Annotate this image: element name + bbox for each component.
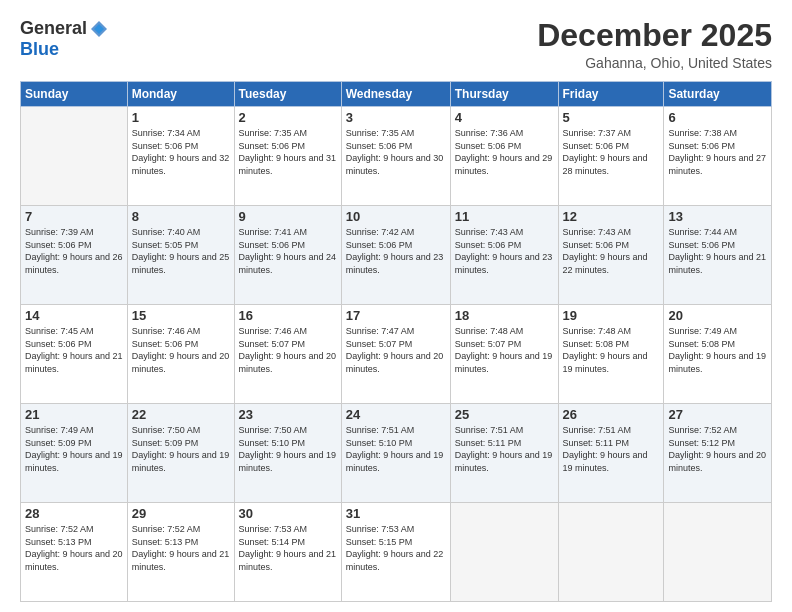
day-number: 29 — [132, 506, 230, 521]
day-number: 16 — [239, 308, 337, 323]
day-info: Sunrise: 7:44 AMSunset: 5:06 PMDaylight:… — [668, 226, 767, 276]
table-row: 4Sunrise: 7:36 AMSunset: 5:06 PMDaylight… — [450, 107, 558, 206]
day-info: Sunrise: 7:49 AMSunset: 5:09 PMDaylight:… — [25, 424, 123, 474]
calendar-page: General Blue December 2025 Gahanna, Ohio… — [0, 0, 792, 612]
table-row: 11Sunrise: 7:43 AMSunset: 5:06 PMDayligh… — [450, 206, 558, 305]
day-number: 4 — [455, 110, 554, 125]
day-info: Sunrise: 7:42 AMSunset: 5:06 PMDaylight:… — [346, 226, 446, 276]
day-info: Sunrise: 7:48 AMSunset: 5:07 PMDaylight:… — [455, 325, 554, 375]
day-number: 19 — [563, 308, 660, 323]
day-number: 12 — [563, 209, 660, 224]
day-number: 13 — [668, 209, 767, 224]
table-row: 8Sunrise: 7:40 AMSunset: 5:05 PMDaylight… — [127, 206, 234, 305]
calendar-week-row: 7Sunrise: 7:39 AMSunset: 5:06 PMDaylight… — [21, 206, 772, 305]
day-info: Sunrise: 7:49 AMSunset: 5:08 PMDaylight:… — [668, 325, 767, 375]
day-number: 20 — [668, 308, 767, 323]
day-number: 24 — [346, 407, 446, 422]
header-monday: Monday — [127, 82, 234, 107]
table-row: 31Sunrise: 7:53 AMSunset: 5:15 PMDayligh… — [341, 503, 450, 602]
table-row: 16Sunrise: 7:46 AMSunset: 5:07 PMDayligh… — [234, 305, 341, 404]
table-row: 14Sunrise: 7:45 AMSunset: 5:06 PMDayligh… — [21, 305, 128, 404]
day-info: Sunrise: 7:51 AMSunset: 5:10 PMDaylight:… — [346, 424, 446, 474]
day-info: Sunrise: 7:53 AMSunset: 5:15 PMDaylight:… — [346, 523, 446, 573]
day-info: Sunrise: 7:50 AMSunset: 5:09 PMDaylight:… — [132, 424, 230, 474]
day-info: Sunrise: 7:51 AMSunset: 5:11 PMDaylight:… — [563, 424, 660, 474]
day-number: 8 — [132, 209, 230, 224]
day-info: Sunrise: 7:35 AMSunset: 5:06 PMDaylight:… — [239, 127, 337, 177]
table-row: 27Sunrise: 7:52 AMSunset: 5:12 PMDayligh… — [664, 404, 772, 503]
day-number: 7 — [25, 209, 123, 224]
table-row: 28Sunrise: 7:52 AMSunset: 5:13 PMDayligh… — [21, 503, 128, 602]
day-info: Sunrise: 7:47 AMSunset: 5:07 PMDaylight:… — [346, 325, 446, 375]
day-info: Sunrise: 7:40 AMSunset: 5:05 PMDaylight:… — [132, 226, 230, 276]
day-info: Sunrise: 7:46 AMSunset: 5:06 PMDaylight:… — [132, 325, 230, 375]
calendar-header-row: Sunday Monday Tuesday Wednesday Thursday… — [21, 82, 772, 107]
day-info: Sunrise: 7:45 AMSunset: 5:06 PMDaylight:… — [25, 325, 123, 375]
table-row: 25Sunrise: 7:51 AMSunset: 5:11 PMDayligh… — [450, 404, 558, 503]
day-info: Sunrise: 7:36 AMSunset: 5:06 PMDaylight:… — [455, 127, 554, 177]
day-info: Sunrise: 7:35 AMSunset: 5:06 PMDaylight:… — [346, 127, 446, 177]
day-number: 10 — [346, 209, 446, 224]
day-info: Sunrise: 7:52 AMSunset: 5:12 PMDaylight:… — [668, 424, 767, 474]
page-header: General Blue December 2025 Gahanna, Ohio… — [20, 18, 772, 71]
day-info: Sunrise: 7:38 AMSunset: 5:06 PMDaylight:… — [668, 127, 767, 177]
table-row: 2Sunrise: 7:35 AMSunset: 5:06 PMDaylight… — [234, 107, 341, 206]
table-row — [558, 503, 664, 602]
table-row: 22Sunrise: 7:50 AMSunset: 5:09 PMDayligh… — [127, 404, 234, 503]
table-row: 23Sunrise: 7:50 AMSunset: 5:10 PMDayligh… — [234, 404, 341, 503]
table-row: 3Sunrise: 7:35 AMSunset: 5:06 PMDaylight… — [341, 107, 450, 206]
title-block: December 2025 Gahanna, Ohio, United Stat… — [537, 18, 772, 71]
header-wednesday: Wednesday — [341, 82, 450, 107]
table-row: 24Sunrise: 7:51 AMSunset: 5:10 PMDayligh… — [341, 404, 450, 503]
table-row: 18Sunrise: 7:48 AMSunset: 5:07 PMDayligh… — [450, 305, 558, 404]
calendar-table: Sunday Monday Tuesday Wednesday Thursday… — [20, 81, 772, 602]
table-row: 26Sunrise: 7:51 AMSunset: 5:11 PMDayligh… — [558, 404, 664, 503]
day-number: 18 — [455, 308, 554, 323]
day-info: Sunrise: 7:34 AMSunset: 5:06 PMDaylight:… — [132, 127, 230, 177]
table-row: 29Sunrise: 7:52 AMSunset: 5:13 PMDayligh… — [127, 503, 234, 602]
location-subtitle: Gahanna, Ohio, United States — [537, 55, 772, 71]
table-row: 13Sunrise: 7:44 AMSunset: 5:06 PMDayligh… — [664, 206, 772, 305]
table-row: 15Sunrise: 7:46 AMSunset: 5:06 PMDayligh… — [127, 305, 234, 404]
day-number: 11 — [455, 209, 554, 224]
day-number: 9 — [239, 209, 337, 224]
table-row: 6Sunrise: 7:38 AMSunset: 5:06 PMDaylight… — [664, 107, 772, 206]
day-info: Sunrise: 7:53 AMSunset: 5:14 PMDaylight:… — [239, 523, 337, 573]
day-info: Sunrise: 7:52 AMSunset: 5:13 PMDaylight:… — [25, 523, 123, 573]
day-number: 27 — [668, 407, 767, 422]
logo-general: General — [20, 18, 87, 39]
header-tuesday: Tuesday — [234, 82, 341, 107]
logo-icon — [89, 19, 109, 39]
day-info: Sunrise: 7:52 AMSunset: 5:13 PMDaylight:… — [132, 523, 230, 573]
calendar-week-row: 28Sunrise: 7:52 AMSunset: 5:13 PMDayligh… — [21, 503, 772, 602]
day-number: 1 — [132, 110, 230, 125]
day-number: 5 — [563, 110, 660, 125]
day-number: 31 — [346, 506, 446, 521]
day-number: 14 — [25, 308, 123, 323]
day-number: 30 — [239, 506, 337, 521]
day-info: Sunrise: 7:43 AMSunset: 5:06 PMDaylight:… — [455, 226, 554, 276]
day-number: 3 — [346, 110, 446, 125]
table-row: 30Sunrise: 7:53 AMSunset: 5:14 PMDayligh… — [234, 503, 341, 602]
day-info: Sunrise: 7:37 AMSunset: 5:06 PMDaylight:… — [563, 127, 660, 177]
header-thursday: Thursday — [450, 82, 558, 107]
day-number: 2 — [239, 110, 337, 125]
month-title: December 2025 — [537, 18, 772, 53]
day-number: 6 — [668, 110, 767, 125]
calendar-week-row: 14Sunrise: 7:45 AMSunset: 5:06 PMDayligh… — [21, 305, 772, 404]
table-row: 9Sunrise: 7:41 AMSunset: 5:06 PMDaylight… — [234, 206, 341, 305]
day-number: 28 — [25, 506, 123, 521]
table-row — [664, 503, 772, 602]
day-number: 17 — [346, 308, 446, 323]
table-row: 7Sunrise: 7:39 AMSunset: 5:06 PMDaylight… — [21, 206, 128, 305]
table-row: 20Sunrise: 7:49 AMSunset: 5:08 PMDayligh… — [664, 305, 772, 404]
header-friday: Friday — [558, 82, 664, 107]
logo-blue: Blue — [20, 39, 59, 59]
header-saturday: Saturday — [664, 82, 772, 107]
table-row: 1Sunrise: 7:34 AMSunset: 5:06 PMDaylight… — [127, 107, 234, 206]
table-row: 19Sunrise: 7:48 AMSunset: 5:08 PMDayligh… — [558, 305, 664, 404]
table-row — [21, 107, 128, 206]
table-row: 10Sunrise: 7:42 AMSunset: 5:06 PMDayligh… — [341, 206, 450, 305]
table-row: 5Sunrise: 7:37 AMSunset: 5:06 PMDaylight… — [558, 107, 664, 206]
day-number: 26 — [563, 407, 660, 422]
